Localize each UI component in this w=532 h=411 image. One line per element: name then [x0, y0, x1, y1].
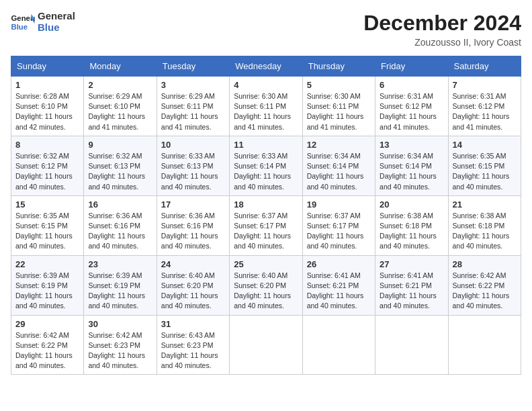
logo: General Blue General Blue: [11, 11, 75, 33]
calendar-cell-day-31: 31 Sunrise: 6:43 AMSunset: 6:23 PMDaylig…: [157, 315, 229, 375]
logo-icon: General Blue: [11, 13, 35, 32]
day-info: Sunrise: 6:41 AMSunset: 6:21 PMDaylight:…: [307, 271, 364, 310]
calendar-cell-day-6: 6 Sunrise: 6:31 AMSunset: 6:12 PMDayligh…: [375, 77, 448, 136]
calendar-cell-day-26: 26 Sunrise: 6:41 AMSunset: 6:21 PMDaylig…: [302, 255, 375, 315]
svg-text:Blue: Blue: [11, 22, 28, 30]
day-info: Sunrise: 6:39 AMSunset: 6:19 PMDaylight:…: [15, 271, 73, 310]
day-number: 9: [88, 140, 152, 150]
calendar-table: SundayMondayTuesdayWednesdayThursdayFrid…: [11, 56, 521, 375]
calendar-cell-day-30: 30 Sunrise: 6:42 AMSunset: 6:23 PMDaylig…: [84, 315, 157, 375]
day-info: Sunrise: 6:37 AMSunset: 6:17 PMDaylight:…: [307, 212, 364, 250]
day-number: 12: [307, 140, 371, 150]
day-info: Sunrise: 6:28 AMSunset: 6:10 PMDaylight:…: [15, 92, 73, 131]
day-info: Sunrise: 6:42 AMSunset: 6:22 PMDaylight:…: [453, 271, 510, 310]
calendar-cell-day-8: 8 Sunrise: 6:32 AMSunset: 6:12 PMDayligh…: [11, 136, 84, 195]
month-year: December 2024: [363, 11, 521, 36]
col-header-tuesday: Tuesday: [157, 56, 229, 77]
day-number: 4: [234, 80, 298, 90]
day-number: 16: [88, 199, 152, 210]
calendar-cell-day-21: 21 Sunrise: 6:38 AMSunset: 6:18 PMDaylig…: [448, 195, 521, 255]
day-info: Sunrise: 6:30 AMSunset: 6:11 PMDaylight:…: [307, 92, 364, 131]
calendar-cell-day-11: 11 Sunrise: 6:33 AMSunset: 6:14 PMDaylig…: [230, 136, 302, 195]
calendar-cell-day-24: 24 Sunrise: 6:40 AMSunset: 6:20 PMDaylig…: [157, 255, 229, 315]
calendar-cell-day-28: 28 Sunrise: 6:42 AMSunset: 6:22 PMDaylig…: [448, 255, 521, 315]
day-number: 7: [453, 80, 517, 90]
day-number: 18: [234, 199, 298, 210]
day-number: 5: [307, 80, 371, 90]
col-header-saturday: Saturday: [448, 56, 521, 77]
day-number: 30: [88, 319, 152, 329]
day-info: Sunrise: 6:33 AMSunset: 6:13 PMDaylight:…: [161, 152, 218, 191]
day-info: Sunrise: 6:38 AMSunset: 6:18 PMDaylight:…: [453, 212, 510, 250]
day-info: Sunrise: 6:34 AMSunset: 6:14 PMDaylight:…: [380, 152, 437, 191]
calendar-week-row: 29 Sunrise: 6:42 AMSunset: 6:22 PMDaylig…: [11, 315, 521, 375]
day-info: Sunrise: 6:41 AMSunset: 6:21 PMDaylight:…: [380, 271, 437, 310]
calendar-week-row: 22 Sunrise: 6:39 AMSunset: 6:19 PMDaylig…: [11, 255, 521, 315]
col-header-friday: Friday: [375, 56, 448, 77]
calendar-week-row: 15 Sunrise: 6:35 AMSunset: 6:15 PMDaylig…: [11, 195, 521, 255]
day-number: 29: [15, 319, 79, 329]
calendar-cell-day-15: 15 Sunrise: 6:35 AMSunset: 6:15 PMDaylig…: [11, 195, 84, 255]
day-info: Sunrise: 6:34 AMSunset: 6:14 PMDaylight:…: [307, 152, 364, 191]
day-number: 21: [453, 199, 517, 210]
day-number: 11: [234, 140, 298, 150]
day-info: Sunrise: 6:39 AMSunset: 6:19 PMDaylight:…: [88, 271, 145, 310]
calendar-cell-day-13: 13 Sunrise: 6:34 AMSunset: 6:14 PMDaylig…: [375, 136, 448, 195]
day-info: Sunrise: 6:29 AMSunset: 6:10 PMDaylight:…: [88, 92, 145, 131]
col-header-thursday: Thursday: [302, 56, 375, 77]
day-info: Sunrise: 6:40 AMSunset: 6:20 PMDaylight:…: [234, 271, 291, 310]
day-number: 1: [15, 80, 79, 90]
day-number: 10: [161, 140, 225, 150]
col-header-wednesday: Wednesday: [230, 56, 302, 77]
day-info: Sunrise: 6:35 AMSunset: 6:15 PMDaylight:…: [15, 212, 73, 250]
day-number: 24: [161, 259, 225, 269]
day-number: 15: [15, 199, 79, 210]
col-header-monday: Monday: [84, 56, 157, 77]
day-number: 17: [161, 199, 225, 210]
calendar-cell-day-10: 10 Sunrise: 6:33 AMSunset: 6:13 PMDaylig…: [157, 136, 229, 195]
calendar-cell-day-4: 4 Sunrise: 6:30 AMSunset: 6:11 PMDayligh…: [230, 77, 302, 136]
day-number: 6: [380, 80, 443, 90]
location: Zouzousso II, Ivory Coast: [363, 37, 521, 48]
day-info: Sunrise: 6:30 AMSunset: 6:11 PMDaylight:…: [234, 92, 291, 131]
day-number: 8: [15, 140, 79, 150]
logo-line2: Blue: [38, 22, 75, 34]
calendar-cell-day-14: 14 Sunrise: 6:35 AMSunset: 6:15 PMDaylig…: [448, 136, 521, 195]
day-number: 27: [380, 259, 443, 269]
day-info: Sunrise: 6:31 AMSunset: 6:12 PMDaylight:…: [453, 92, 510, 131]
day-info: Sunrise: 6:35 AMSunset: 6:15 PMDaylight:…: [453, 152, 510, 191]
day-info: Sunrise: 6:33 AMSunset: 6:14 PMDaylight:…: [234, 152, 291, 191]
calendar-cell-day-25: 25 Sunrise: 6:40 AMSunset: 6:20 PMDaylig…: [230, 255, 302, 315]
day-info: Sunrise: 6:29 AMSunset: 6:11 PMDaylight:…: [161, 92, 218, 131]
day-info: Sunrise: 6:42 AMSunset: 6:23 PMDaylight:…: [88, 331, 145, 370]
day-info: Sunrise: 6:38 AMSunset: 6:18 PMDaylight:…: [380, 212, 437, 250]
day-info: Sunrise: 6:32 AMSunset: 6:13 PMDaylight:…: [88, 152, 145, 191]
day-number: 13: [380, 140, 443, 150]
calendar-week-row: 8 Sunrise: 6:32 AMSunset: 6:12 PMDayligh…: [11, 136, 521, 195]
day-number: 3: [161, 80, 225, 90]
calendar-cell-day-20: 20 Sunrise: 6:38 AMSunset: 6:18 PMDaylig…: [375, 195, 448, 255]
empty-cell: [448, 315, 521, 375]
calendar-cell-day-23: 23 Sunrise: 6:39 AMSunset: 6:19 PMDaylig…: [84, 255, 157, 315]
day-number: 20: [380, 199, 443, 210]
day-info: Sunrise: 6:32 AMSunset: 6:12 PMDaylight:…: [15, 152, 73, 191]
day-info: Sunrise: 6:37 AMSunset: 6:17 PMDaylight:…: [234, 212, 291, 250]
day-number: 23: [88, 259, 152, 269]
empty-cell: [375, 315, 448, 375]
calendar-cell-day-19: 19 Sunrise: 6:37 AMSunset: 6:17 PMDaylig…: [302, 195, 375, 255]
calendar-cell-day-27: 27 Sunrise: 6:41 AMSunset: 6:21 PMDaylig…: [375, 255, 448, 315]
day-info: Sunrise: 6:31 AMSunset: 6:12 PMDaylight:…: [380, 92, 437, 131]
calendar-cell-day-3: 3 Sunrise: 6:29 AMSunset: 6:11 PMDayligh…: [157, 77, 229, 136]
calendar-cell-day-29: 29 Sunrise: 6:42 AMSunset: 6:22 PMDaylig…: [11, 315, 84, 375]
page-header: General Blue General Blue December 2024 …: [11, 11, 521, 48]
day-number: 31: [161, 319, 225, 329]
day-number: 25: [234, 259, 298, 269]
day-number: 22: [15, 259, 79, 269]
calendar-week-row: 1 Sunrise: 6:28 AMSunset: 6:10 PMDayligh…: [11, 77, 521, 136]
calendar-cell-day-12: 12 Sunrise: 6:34 AMSunset: 6:14 PMDaylig…: [302, 136, 375, 195]
day-info: Sunrise: 6:43 AMSunset: 6:23 PMDaylight:…: [161, 331, 218, 370]
calendar-cell-day-9: 9 Sunrise: 6:32 AMSunset: 6:13 PMDayligh…: [84, 136, 157, 195]
day-info: Sunrise: 6:42 AMSunset: 6:22 PMDaylight:…: [15, 331, 73, 370]
calendar-header-row: SundayMondayTuesdayWednesdayThursdayFrid…: [11, 56, 521, 77]
calendar-cell-day-22: 22 Sunrise: 6:39 AMSunset: 6:19 PMDaylig…: [11, 255, 84, 315]
